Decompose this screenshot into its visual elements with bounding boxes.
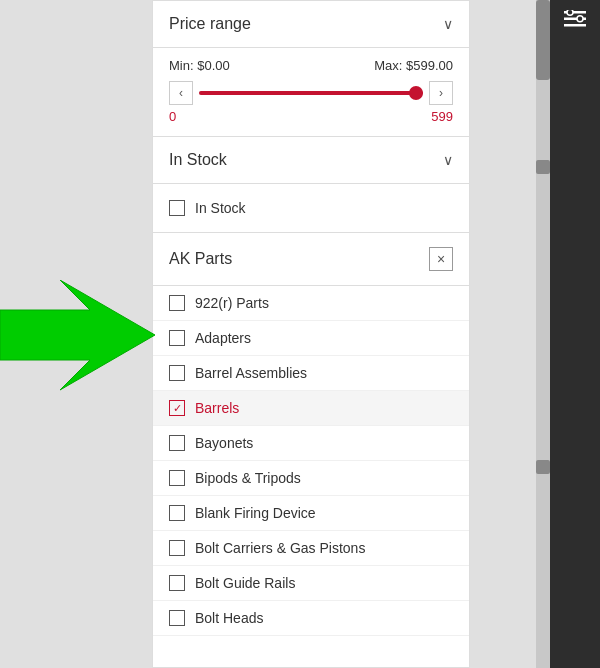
in-stock-title: In Stock bbox=[169, 151, 227, 169]
part-label: Blank Firing Device bbox=[195, 505, 316, 521]
list-item[interactable]: Bolt Guide Rails bbox=[153, 566, 469, 601]
price-range-chevron-icon: ∨ bbox=[443, 16, 453, 32]
slider-values: 0 599 bbox=[169, 109, 453, 124]
slider-min-value: 0 bbox=[169, 109, 176, 124]
in-stock-chevron-icon: ∨ bbox=[443, 152, 453, 168]
part-label: Bolt Carriers & Gas Pistons bbox=[195, 540, 365, 556]
ak-parts-header: AK Parts × bbox=[153, 233, 469, 286]
filter-icon[interactable] bbox=[564, 10, 586, 33]
list-item[interactable]: Bolt Carriers & Gas Pistons bbox=[153, 531, 469, 566]
price-min-label: Min: $0.00 bbox=[169, 58, 230, 73]
list-item[interactable]: Blank Firing Device bbox=[153, 496, 469, 531]
parts-list: 922(r) PartsAdaptersBarrel AssembliesBar… bbox=[153, 286, 469, 636]
part-checkbox[interactable] bbox=[169, 470, 185, 486]
in-stock-header[interactable]: In Stock ∨ bbox=[153, 137, 469, 184]
svg-marker-0 bbox=[0, 280, 155, 390]
slider-right-button[interactable]: › bbox=[429, 81, 453, 105]
part-label: Barrel Assemblies bbox=[195, 365, 307, 381]
svg-rect-3 bbox=[564, 24, 586, 27]
part-label: Bayonets bbox=[195, 435, 253, 451]
slider-max-value: 599 bbox=[431, 109, 453, 124]
in-stock-checkbox[interactable] bbox=[169, 200, 185, 216]
scrollbar-thumb2 bbox=[536, 160, 550, 174]
svg-point-4 bbox=[567, 10, 573, 15]
part-label: 922(r) Parts bbox=[195, 295, 269, 311]
price-range-header[interactable]: Price range ∨ bbox=[153, 1, 469, 48]
part-checkbox[interactable] bbox=[169, 435, 185, 451]
in-stock-checkbox-row[interactable]: In Stock bbox=[169, 194, 453, 222]
part-checkbox[interactable] bbox=[169, 505, 185, 521]
price-range-content: Min: $0.00 Max: $599.00 ‹ › 0 599 bbox=[153, 48, 469, 137]
part-label: Bolt Guide Rails bbox=[195, 575, 295, 591]
part-checkbox[interactable] bbox=[169, 295, 185, 311]
slider-thumb[interactable] bbox=[409, 86, 423, 100]
list-item[interactable]: 922(r) Parts bbox=[153, 286, 469, 321]
price-labels: Min: $0.00 Max: $599.00 bbox=[169, 58, 453, 73]
ak-parts-title: AK Parts bbox=[169, 250, 232, 268]
list-item[interactable]: Bipods & Tripods bbox=[153, 461, 469, 496]
scrollbar-thumb3 bbox=[536, 460, 550, 474]
svg-point-5 bbox=[577, 16, 583, 22]
green-arrow-indicator bbox=[0, 280, 160, 420]
filter-panel: Price range ∨ Min: $0.00 Max: $599.00 ‹ … bbox=[152, 0, 470, 668]
slider-track[interactable] bbox=[199, 91, 423, 95]
part-label: Bolt Heads bbox=[195, 610, 263, 626]
price-max-label: Max: $599.00 bbox=[374, 58, 453, 73]
part-checkbox[interactable] bbox=[169, 400, 185, 416]
part-checkbox[interactable] bbox=[169, 610, 185, 626]
part-checkbox[interactable] bbox=[169, 575, 185, 591]
list-item[interactable]: Barrels bbox=[153, 391, 469, 426]
list-item[interactable]: Bolt Heads bbox=[153, 601, 469, 636]
list-item[interactable]: Adapters bbox=[153, 321, 469, 356]
slider-fill bbox=[199, 91, 423, 95]
price-range-title: Price range bbox=[169, 15, 251, 33]
slider-left-button[interactable]: ‹ bbox=[169, 81, 193, 105]
slider-row: ‹ › bbox=[169, 81, 453, 105]
scrollbar-thumb[interactable] bbox=[536, 0, 550, 80]
scrollbar-track bbox=[536, 0, 550, 668]
list-item[interactable]: Bayonets bbox=[153, 426, 469, 461]
in-stock-content: In Stock bbox=[153, 184, 469, 233]
list-item[interactable]: Barrel Assemblies bbox=[153, 356, 469, 391]
part-checkbox[interactable] bbox=[169, 540, 185, 556]
part-checkbox[interactable] bbox=[169, 365, 185, 381]
part-checkbox[interactable] bbox=[169, 330, 185, 346]
in-stock-checkbox-label: In Stock bbox=[195, 200, 246, 216]
part-label: Bipods & Tripods bbox=[195, 470, 301, 486]
part-label: Barrels bbox=[195, 400, 239, 416]
ak-parts-close-button[interactable]: × bbox=[429, 247, 453, 271]
part-label: Adapters bbox=[195, 330, 251, 346]
filter-sidebar bbox=[550, 0, 600, 668]
